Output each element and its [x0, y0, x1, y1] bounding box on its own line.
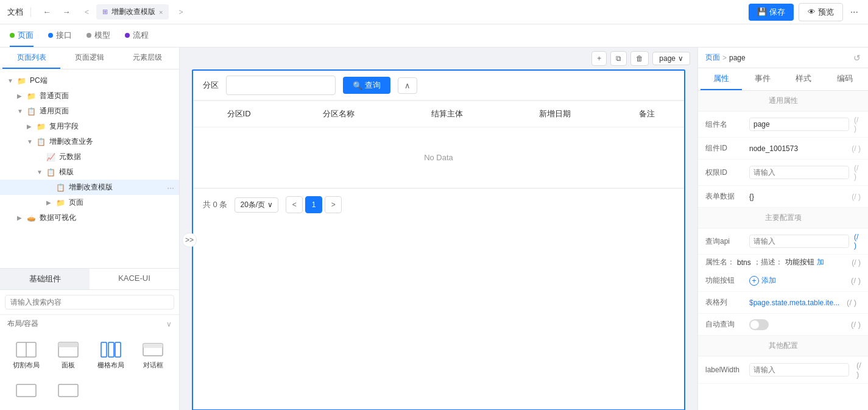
table-body: No Data	[193, 127, 684, 188]
preview-button[interactable]: 👁 预览	[799, 3, 843, 21]
arrow-crud: ▼	[27, 138, 34, 145]
table-col-expr[interactable]: (/ )	[847, 298, 856, 307]
auto-query-expr[interactable]: (/ )	[851, 320, 861, 329]
more-button[interactable]: ···	[848, 4, 861, 20]
col-jiesuanZhuti: 结算主体	[393, 101, 501, 127]
component-tab-basic[interactable]: 基础组件	[0, 269, 90, 289]
page-dot	[10, 33, 15, 38]
label-width-expr[interactable]: (/ )	[856, 361, 861, 379]
add-func-btn-button[interactable]: + 添加	[749, 274, 776, 287]
sidebar-collapse-button[interactable]: >>	[182, 233, 197, 247]
left-sidebar: 页面列表 页面逻辑 元素层级 ▼ 📁 PC端 ▶ 📁 普通页面 ▼	[0, 48, 180, 410]
table-header-row: 分区ID 分区名称 结算主体 新增日期 备注	[193, 101, 684, 127]
component-item-grid[interactable]: 栅格布局	[92, 338, 130, 373]
breadcrumb-current: page	[729, 54, 746, 62]
prop-tab-code[interactable]: 编码	[824, 68, 866, 90]
component-item-dialog[interactable]: 对话框	[135, 338, 172, 373]
preview-icon: 👁	[808, 7, 816, 16]
query-api-expr[interactable]: (/ )	[854, 233, 861, 250]
query-api-input[interactable]	[749, 235, 849, 248]
form-data-expr[interactable]: (/ )	[852, 193, 861, 201]
search-bar: 分区 🔍 查询 ∧	[193, 71, 684, 101]
perm-id-expr[interactable]: (/ )	[854, 164, 861, 181]
data-table: 分区ID 分区名称 结算主体 新增日期 备注 No Data	[193, 101, 684, 188]
save-button[interactable]: 💾 保存	[749, 4, 794, 21]
comp-name-input[interactable]	[749, 118, 849, 131]
tree-item-moban[interactable]: ▼ 📋 模版	[0, 164, 179, 180]
svg-rect-9	[16, 384, 36, 397]
canvas-wrapper: >> 分区 🔍 查询 ∧	[180, 69, 697, 410]
tab-interface[interactable]: 接口	[48, 25, 72, 47]
tree-item-reuse[interactable]: ▶ 📁 复用字段	[0, 119, 179, 134]
active-tab[interactable]: ⊞ 增删改查模版 ×	[96, 4, 169, 19]
tab-flow[interactable]: 流程	[125, 25, 149, 47]
component-item-extra2[interactable]	[50, 378, 88, 405]
collapse-search-button[interactable]: ∧	[398, 77, 417, 94]
tree-item-meta[interactable]: ▶ 📈 元数据	[0, 149, 179, 164]
attr-hint-expr[interactable]: (/ )	[852, 258, 861, 267]
prop-tab-attribute[interactable]: 属性	[700, 68, 742, 90]
redo-button[interactable]: →	[58, 4, 75, 21]
comp-name-expr[interactable]: (/ )	[854, 116, 861, 133]
page-size-select[interactable]: 20条/页 ∨	[235, 197, 278, 213]
query-button[interactable]: 🔍 查询	[343, 77, 390, 94]
add-component-button[interactable]: +	[591, 51, 607, 66]
next-tab-button[interactable]: >	[176, 7, 185, 18]
tree-item-zengshanmodaban[interactable]: ▶ 📋 增删改查模版 ···	[0, 180, 179, 195]
attr-add-link[interactable]: 加	[817, 257, 824, 267]
tree-item-more-button[interactable]: ···	[167, 183, 174, 193]
folder-icon-normal: 📁	[27, 92, 36, 101]
prev-tab-button[interactable]: <	[82, 7, 91, 18]
sidebar-tab-page-logic[interactable]: 页面逻辑	[60, 48, 118, 69]
flow-dot	[125, 33, 130, 38]
main-layout: 页面列表 页面逻辑 元素层级 ▼ 📁 PC端 ▶ 📁 普通页面 ▼	[0, 48, 868, 410]
tab-page[interactable]: 页面	[10, 25, 34, 47]
breadcrumb-parent-link[interactable]: 页面	[705, 52, 720, 63]
breadcrumb-refresh-button[interactable]: ↺	[853, 53, 861, 63]
app-title: 文档	[7, 7, 23, 18]
perm-id-input[interactable]	[749, 166, 849, 179]
prop-tab-event[interactable]: 事件	[742, 68, 783, 90]
save-icon: 💾	[757, 7, 767, 16]
tree-item-normal[interactable]: ▶ 📁 普通页面	[0, 88, 179, 104]
dialog-icon	[142, 341, 164, 358]
component-item-extra1[interactable]	[7, 378, 45, 405]
prop-row-table-columns: 表格列 $page.state.meta.table.ite... (/ )	[698, 292, 868, 314]
undo-button[interactable]: ←	[38, 4, 55, 21]
component-tab-kace[interactable]: KACE-UI	[90, 269, 179, 289]
page-icon-common: 📋	[27, 107, 36, 116]
canvas-toolbar: + ⧉ 🗑 page ∨	[180, 48, 697, 69]
tab-model[interactable]: 模型	[86, 25, 110, 47]
search-icon: 🔍	[353, 81, 362, 90]
prop-tab-style[interactable]: 样式	[783, 68, 825, 90]
sidebar-tab-page-list[interactable]: 页面列表	[2, 48, 60, 69]
next-page-button[interactable]: >	[325, 196, 342, 213]
component-search-input[interactable]	[5, 295, 174, 309]
copy-component-button[interactable]: ⧉	[610, 51, 627, 66]
page-tag[interactable]: page ∨	[652, 52, 690, 65]
tree-item-datavis[interactable]: ▶ 🥧 数据可视化	[0, 210, 179, 225]
component-item-split[interactable]: 切割布局	[7, 338, 45, 373]
col-xinzengDate: 新增日期	[501, 101, 610, 127]
component-item-panel[interactable]: 面板	[50, 338, 88, 373]
func-btns-expr[interactable]: (/ )	[851, 276, 861, 285]
tab-close-button[interactable]: ×	[159, 9, 163, 16]
search-input[interactable]	[226, 76, 336, 95]
prev-page-button[interactable]: <	[286, 196, 303, 213]
auto-query-toggle[interactable]	[749, 319, 769, 330]
page-1-button[interactable]: 1	[305, 196, 322, 213]
comp-id-expr[interactable]: (/ )	[852, 144, 861, 153]
extra1-icon	[15, 382, 37, 399]
tree-item-yemian[interactable]: ▶ 📁 页面	[0, 195, 179, 210]
tree-item-pc[interactable]: ▼ 📁 PC端	[0, 73, 179, 88]
sidebar-tab-element-layer[interactable]: 元素层级	[119, 48, 177, 69]
section-collapse-icon[interactable]: ∨	[166, 320, 172, 328]
svg-rect-4	[101, 342, 107, 357]
table-row-nodata: No Data	[193, 127, 684, 188]
delete-component-button[interactable]: 🗑	[630, 51, 649, 66]
tree-item-common[interactable]: ▼ 📋 通用页面	[0, 104, 179, 119]
arrow-moban: ▼	[37, 169, 44, 175]
label-width-input[interactable]	[749, 363, 849, 376]
auto-query-label: 自动查询	[705, 319, 744, 330]
tree-item-crud[interactable]: ▼ 📋 增删改查业务	[0, 134, 179, 149]
